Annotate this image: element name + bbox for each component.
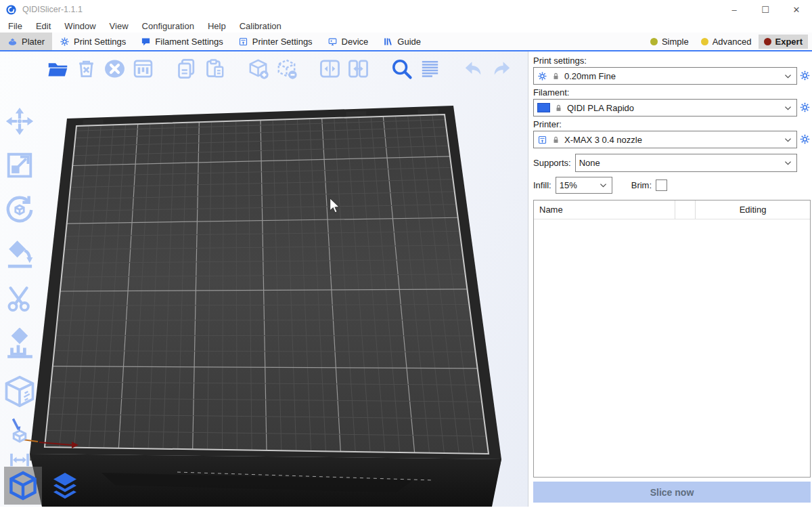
column-header-spacer xyxy=(675,200,696,219)
print-settings-gear-button[interactable] xyxy=(799,70,811,82)
seam-painting-tool-button[interactable] xyxy=(2,374,37,409)
infill-select[interactable]: 15% xyxy=(556,177,612,194)
advanced-dot-icon xyxy=(701,38,708,45)
variable-layer-height-button[interactable] xyxy=(415,55,444,82)
print-settings-value: 0.20mm Fine xyxy=(564,71,616,81)
tab-plater[interactable]: Plater xyxy=(0,33,52,50)
undo-button[interactable] xyxy=(459,55,487,82)
paste-button[interactable] xyxy=(200,55,229,82)
app-window: QIDISlicer-1.1.1 – ☐ ✕ File Edit Window … xyxy=(0,0,812,508)
sink-cube-icon xyxy=(5,416,34,444)
editor-view-button[interactable] xyxy=(4,467,42,505)
mode-advanced[interactable]: Advanced xyxy=(696,35,757,49)
cube-3d-icon xyxy=(7,469,39,502)
supports-select[interactable]: None xyxy=(575,154,797,172)
paint-supports-tool-button[interactable] xyxy=(3,328,37,361)
mode-selector: Simple Advanced Expert xyxy=(645,33,812,50)
chevron-down-icon xyxy=(783,158,793,168)
mode-label: Advanced xyxy=(713,37,752,47)
printer-select[interactable]: X-MAX 3 0.4 nozzle xyxy=(533,131,797,148)
rotate-icon xyxy=(3,194,36,226)
tab-bar: Plater Print Settings Filament Settings … xyxy=(0,33,812,51)
open-project-button[interactable] xyxy=(43,55,72,82)
viewport-3d[interactable] xyxy=(0,51,528,507)
filament-value: QIDI PLA Rapido xyxy=(567,103,634,113)
place-on-face-tool-button[interactable] xyxy=(4,239,36,271)
tab-print-settings[interactable]: Print Settings xyxy=(52,33,133,50)
cube-plus-icon xyxy=(247,58,269,80)
search-icon xyxy=(390,58,413,80)
copy-button[interactable] xyxy=(172,55,200,82)
column-header-editing: Editing xyxy=(696,200,810,219)
close-button[interactable]: ✕ xyxy=(781,0,812,19)
brim-checkbox[interactable] xyxy=(656,179,667,191)
split-to-parts-button[interactable] xyxy=(344,55,372,82)
printer-icon xyxy=(537,135,547,145)
chevron-down-icon xyxy=(783,135,793,145)
tab-device[interactable]: Device xyxy=(320,33,376,50)
objects-table-body[interactable] xyxy=(534,219,810,477)
split-to-objects-button[interactable] xyxy=(315,55,344,82)
remove-instance-button[interactable] xyxy=(272,55,300,82)
tab-label: Guide xyxy=(397,37,421,47)
main-area: Print settings: 0.20mm Fine Filament: QI… xyxy=(0,51,812,507)
split-parts-icon xyxy=(347,58,369,80)
mode-label: Simple xyxy=(662,37,689,47)
gear-icon xyxy=(60,37,70,47)
infill-label: Infill: xyxy=(533,180,551,190)
cube-minus-icon xyxy=(275,58,298,80)
slice-now-button[interactable]: Slice now xyxy=(533,482,811,503)
sink-object-tool-button[interactable] xyxy=(5,416,34,444)
preview-view-button[interactable] xyxy=(46,467,84,505)
mode-simple[interactable]: Simple xyxy=(645,35,694,49)
objects-table-header: Name Editing xyxy=(534,200,810,219)
minimize-button[interactable]: – xyxy=(719,0,750,19)
guide-icon xyxy=(383,37,393,47)
menu-window[interactable]: Window xyxy=(58,21,102,31)
chevron-down-icon xyxy=(598,180,608,190)
split-objects-icon xyxy=(319,58,341,80)
menu-edit[interactable]: Edit xyxy=(29,21,58,31)
print-bed-scene[interactable] xyxy=(0,51,528,507)
printer-gear-button[interactable] xyxy=(799,133,811,146)
printer-label: Printer: xyxy=(533,119,811,129)
delete-button[interactable] xyxy=(72,55,100,82)
undo-icon xyxy=(462,58,484,80)
view-mode-buttons xyxy=(4,467,84,505)
tab-printer-settings[interactable]: Printer Settings xyxy=(231,33,320,50)
scale-tool-button[interactable] xyxy=(4,150,35,181)
maximize-button[interactable]: ☐ xyxy=(750,0,781,19)
print-settings-select[interactable]: 0.20mm Fine xyxy=(533,67,797,85)
folder-open-icon xyxy=(47,58,69,80)
move-tool-button[interactable] xyxy=(4,106,35,137)
scale-icon xyxy=(4,150,35,181)
menu-view[interactable]: View xyxy=(103,21,135,31)
filament-gear-button[interactable] xyxy=(799,102,811,114)
mode-expert[interactable]: Expert xyxy=(759,35,808,49)
lock-icon xyxy=(554,104,563,112)
printer-value: X-MAX 3 0.4 nozzle xyxy=(564,135,642,145)
chevron-down-icon xyxy=(783,71,793,81)
rotate-tool-button[interactable] xyxy=(3,194,36,226)
simple-dot-icon xyxy=(650,38,658,45)
redo-button[interactable] xyxy=(487,55,516,82)
top-toolbar xyxy=(43,55,516,82)
menu-calibration[interactable]: Calibration xyxy=(233,21,288,31)
scissors-icon xyxy=(4,284,35,315)
tab-filament-settings[interactable]: Filament Settings xyxy=(133,33,230,50)
menu-file[interactable]: File xyxy=(1,21,29,31)
filament-select[interactable]: QIDI PLA Rapido xyxy=(533,99,797,117)
copy-icon xyxy=(175,58,198,80)
print-settings-label: Print settings: xyxy=(533,56,811,66)
add-instance-button[interactable] xyxy=(244,55,272,82)
menu-help[interactable]: Help xyxy=(201,21,233,31)
tab-guide[interactable]: Guide xyxy=(376,33,428,50)
app-logo-icon xyxy=(5,4,17,16)
delete-all-button[interactable] xyxy=(100,55,129,82)
search-button[interactable] xyxy=(387,55,415,82)
menu-configuration[interactable]: Configuration xyxy=(135,21,201,31)
arrange-button[interactable] xyxy=(129,55,157,82)
tab-label: Plater xyxy=(22,37,45,47)
cut-tool-button[interactable] xyxy=(4,284,35,315)
trash-icon xyxy=(75,58,97,80)
